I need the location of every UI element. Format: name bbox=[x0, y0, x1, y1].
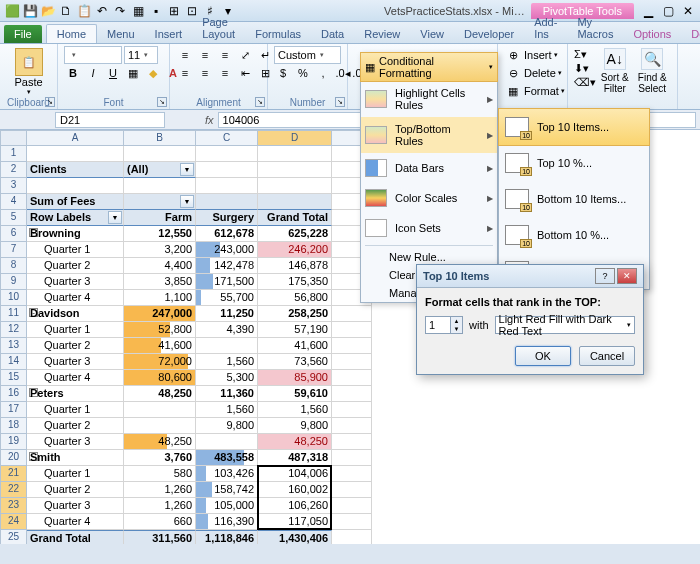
cell[interactable]: 3,850 bbox=[124, 274, 196, 290]
cell[interactable] bbox=[196, 146, 258, 162]
cf-icon-sets[interactable]: Icon Sets▶ bbox=[361, 213, 497, 243]
cell[interactable]: 41,600 bbox=[258, 338, 332, 354]
cell[interactable]: 1,260 bbox=[124, 482, 196, 498]
cell[interactable]: Quarter 1 bbox=[27, 402, 124, 418]
cell[interactable]: 1,100 bbox=[124, 290, 196, 306]
cell[interactable] bbox=[196, 434, 258, 450]
redo-icon[interactable]: ↷ bbox=[112, 3, 128, 19]
cell[interactable]: Quarter 3 bbox=[27, 498, 124, 514]
cell[interactable]: 73,560 bbox=[258, 354, 332, 370]
cell[interactable]: 48,250 bbox=[124, 434, 196, 450]
row-header[interactable]: 14 bbox=[0, 354, 27, 370]
tab-developer[interactable]: Developer bbox=[454, 25, 524, 43]
cell[interactable]: 146,878 bbox=[258, 258, 332, 274]
align-bot-button[interactable]: ≡ bbox=[216, 46, 234, 64]
open-icon[interactable]: 📂 bbox=[40, 3, 56, 19]
cell[interactable]: 171,500 bbox=[196, 274, 258, 290]
cell[interactable]: 580 bbox=[124, 466, 196, 482]
row-header[interactable]: 19 bbox=[0, 434, 27, 450]
cell[interactable]: 80,600 bbox=[124, 370, 196, 386]
top-10-percent[interactable]: Top 10 %... bbox=[499, 145, 649, 181]
qat-icon[interactable]: ⊞ bbox=[166, 3, 182, 19]
tab-design[interactable]: Design bbox=[681, 25, 700, 43]
tab-file[interactable]: File bbox=[4, 25, 42, 43]
cell[interactable] bbox=[258, 162, 332, 178]
cell[interactable]: 11,250 bbox=[196, 306, 258, 322]
cell[interactable] bbox=[124, 146, 196, 162]
cell[interactable]: 3,200 bbox=[124, 242, 196, 258]
row-header[interactable]: 12 bbox=[0, 322, 27, 338]
spin-up-button[interactable]: ▲ bbox=[451, 317, 462, 325]
cell[interactable]: Grand Total bbox=[258, 210, 332, 226]
row-header[interactable]: 4 bbox=[0, 194, 27, 210]
cell[interactable]: 72,000 bbox=[124, 354, 196, 370]
cell[interactable]: 103,426 bbox=[196, 466, 258, 482]
tab-menu[interactable]: Menu bbox=[97, 25, 145, 43]
top-10-items[interactable]: Top 10 Items... bbox=[498, 108, 650, 146]
orientation-button[interactable]: ⤢ bbox=[236, 46, 254, 64]
cell[interactable]: 59,610 bbox=[258, 386, 332, 402]
cell[interactable]: (All)▼ bbox=[124, 162, 196, 178]
col-header[interactable]: B bbox=[124, 130, 196, 146]
cell[interactable]: 4,390 bbox=[196, 322, 258, 338]
cell[interactable]: 11,360 bbox=[196, 386, 258, 402]
cell[interactable]: 247,000 bbox=[124, 306, 196, 322]
row-header[interactable]: 18 bbox=[0, 418, 27, 434]
col-header[interactable]: C bbox=[196, 130, 258, 146]
cell[interactable]: 117,050 bbox=[258, 514, 332, 530]
restore-icon[interactable]: ▢ bbox=[660, 3, 676, 19]
cell[interactable]: Surgery bbox=[196, 210, 258, 226]
cell[interactable]: Quarter 1 bbox=[27, 322, 124, 338]
cell[interactable]: 12,550 bbox=[124, 226, 196, 242]
fill-color-button[interactable]: ◆ bbox=[144, 64, 162, 82]
close-icon[interactable]: ✕ bbox=[680, 3, 696, 19]
bold-button[interactable]: B bbox=[64, 64, 82, 82]
row-header[interactable]: 9 bbox=[0, 274, 27, 290]
row-header[interactable]: 16 bbox=[0, 386, 27, 402]
qat-icon[interactable]: ▪ bbox=[148, 3, 164, 19]
select-all-corner[interactable] bbox=[0, 130, 27, 146]
row-header[interactable]: 10 bbox=[0, 290, 27, 306]
cell[interactable]: 1,260 bbox=[124, 498, 196, 514]
cell[interactable]: 158,742 bbox=[196, 482, 258, 498]
tab-options[interactable]: Options bbox=[623, 25, 681, 43]
find-select-button[interactable]: 🔍Find & Select bbox=[634, 46, 672, 109]
cell[interactable] bbox=[196, 162, 258, 178]
cell[interactable]: Quarter 4 bbox=[27, 514, 124, 530]
font-combo[interactable]: ▾ bbox=[64, 46, 122, 64]
ok-button[interactable]: OK bbox=[515, 346, 571, 366]
align-mid-button[interactable]: ≡ bbox=[196, 46, 214, 64]
cell[interactable]: 4,400 bbox=[124, 258, 196, 274]
alignment-launcher[interactable]: ↘ bbox=[255, 97, 265, 107]
cell[interactable]: 142,478 bbox=[196, 258, 258, 274]
cell[interactable]: 483,558 bbox=[196, 450, 258, 466]
clear-button[interactable]: ⌫▾ bbox=[574, 76, 596, 89]
align-top-button[interactable]: ≡ bbox=[176, 46, 194, 64]
name-box[interactable]: D21 bbox=[55, 112, 165, 128]
tab-formulas[interactable]: Formulas bbox=[245, 25, 311, 43]
insert-button[interactable]: ⊕ bbox=[504, 46, 522, 64]
row-header[interactable]: 6 bbox=[0, 226, 27, 242]
undo-icon[interactable]: ↶ bbox=[94, 3, 110, 19]
cell[interactable]: 106,260 bbox=[258, 498, 332, 514]
cf-color-scales[interactable]: Color Scales▶ bbox=[361, 183, 497, 213]
cell[interactable] bbox=[124, 418, 196, 434]
cell[interactable]: 160,002 bbox=[258, 482, 332, 498]
cell[interactable]: 3,760 bbox=[124, 450, 196, 466]
cell[interactable]: 105,000 bbox=[196, 498, 258, 514]
cell[interactable]: ▼ bbox=[124, 194, 196, 210]
cf-data-bars[interactable]: Data Bars▶ bbox=[361, 153, 497, 183]
cell[interactable]: 1,560 bbox=[258, 402, 332, 418]
tab-insert[interactable]: Insert bbox=[145, 25, 193, 43]
cell[interactable]: Sum of Fees bbox=[27, 194, 124, 210]
tab-page-layout[interactable]: Page Layout bbox=[192, 13, 245, 43]
cell[interactable]: 41,600 bbox=[124, 338, 196, 354]
align-left-button[interactable]: ≡ bbox=[176, 64, 194, 82]
filter-button[interactable]: ▼ bbox=[108, 211, 122, 224]
cell[interactable]: 311,560 bbox=[124, 530, 196, 544]
row-header[interactable]: 25 bbox=[0, 530, 27, 544]
italic-button[interactable]: I bbox=[84, 64, 102, 82]
row-header[interactable]: 11 bbox=[0, 306, 27, 322]
fill-button[interactable]: ⬇▾ bbox=[574, 62, 596, 75]
dialog-help-button[interactable]: ? bbox=[595, 268, 615, 284]
